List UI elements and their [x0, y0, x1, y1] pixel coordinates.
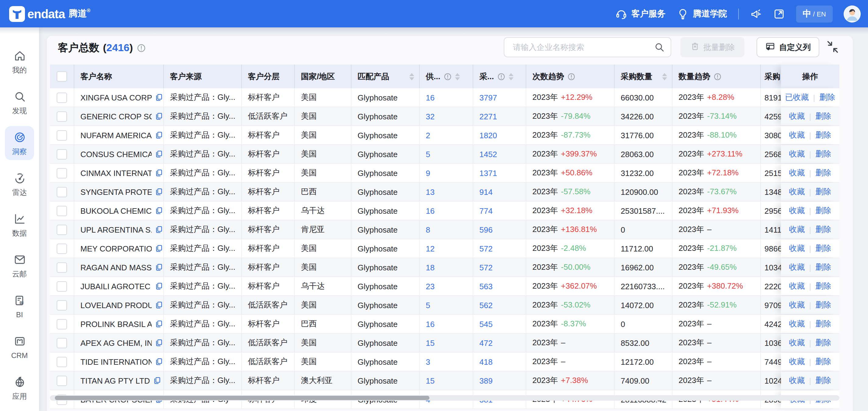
- row-checkbox[interactable]: [57, 281, 67, 291]
- favorite-link[interactable]: 收藏: [789, 167, 805, 179]
- copy-icon[interactable]: [155, 357, 163, 366]
- info-icon[interactable]: [136, 43, 146, 53]
- user-avatar[interactable]: [844, 5, 861, 22]
- search-icon[interactable]: [654, 42, 664, 52]
- copy-icon[interactable]: [155, 207, 163, 215]
- customer-name[interactable]: BUKOOLA CHEMICA: [81, 206, 152, 215]
- sort-icon[interactable]: [455, 73, 460, 80]
- favorite-link[interactable]: 收藏: [789, 356, 805, 367]
- collapse-view-icon[interactable]: [826, 40, 839, 54]
- supplier-count-link[interactable]: 15: [426, 338, 435, 347]
- nav-academy[interactable]: 腾道学院: [676, 8, 727, 20]
- copy-icon[interactable]: [155, 150, 163, 158]
- copy-icon[interactable]: [155, 301, 163, 309]
- delete-link[interactable]: 删除: [815, 130, 831, 141]
- customer-name[interactable]: TITAN AG PTY LTD: [81, 376, 150, 385]
- copy-icon[interactable]: [155, 131, 163, 139]
- sidebar-item-应用[interactable]: 应用: [5, 371, 34, 405]
- supplier-count-link[interactable]: 23: [426, 282, 435, 291]
- row-checkbox[interactable]: [57, 224, 67, 235]
- info-icon[interactable]: [443, 72, 452, 81]
- supplier-count-link[interactable]: 16: [426, 93, 435, 102]
- supplier-count-link[interactable]: 8: [426, 225, 430, 234]
- info-icon[interactable]: [497, 72, 505, 81]
- purchase-count-link[interactable]: 545: [479, 319, 493, 328]
- delete-link[interactable]: 删除: [815, 356, 831, 367]
- favorite-link[interactable]: 收藏: [789, 186, 805, 197]
- customer-name[interactable]: GENERIC CROP SCI: [81, 112, 152, 121]
- customer-name[interactable]: CONSUS CHEMICAL: [81, 150, 152, 159]
- copy-icon[interactable]: [153, 376, 161, 385]
- row-checkbox[interactable]: [57, 375, 67, 386]
- horizontal-scrollbar-thumb[interactable]: [55, 396, 429, 400]
- search-input[interactable]: [512, 42, 654, 52]
- sidebar-item-雷达[interactable]: 雷达: [5, 167, 34, 201]
- purchase-count-link[interactable]: 774: [479, 206, 493, 215]
- purchase-count-link[interactable]: 596: [479, 225, 493, 234]
- customer-name[interactable]: MEY CORPORATION: [81, 244, 152, 253]
- delete-link[interactable]: 删除: [815, 111, 831, 122]
- customer-name[interactable]: LOVELAND PRODUC: [81, 301, 152, 310]
- favorite-link[interactable]: 收藏: [789, 243, 805, 254]
- delete-link[interactable]: 删除: [815, 224, 831, 235]
- sidebar-item-BI[interactable]: BIBI: [5, 289, 34, 323]
- customer-name[interactable]: CINMAX INTERNATIO: [81, 168, 152, 178]
- supplier-count-link[interactable]: 5: [426, 150, 430, 159]
- supplier-count-link[interactable]: 13: [426, 187, 435, 196]
- supplier-count-link[interactable]: 5: [426, 301, 430, 310]
- delete-link[interactable]: 删除: [815, 205, 831, 216]
- customize-columns-button[interactable]: 自定义列: [756, 37, 819, 57]
- row-checkbox[interactable]: [57, 243, 67, 254]
- purchase-count-link[interactable]: 1371: [479, 168, 497, 178]
- supplier-count-link[interactable]: 2: [426, 131, 430, 140]
- sort-icon[interactable]: [508, 73, 514, 80]
- delete-link[interactable]: 删除: [815, 337, 831, 348]
- purchase-count-link[interactable]: 418: [479, 357, 493, 366]
- customer-name[interactable]: XINGFA USA CORPO: [81, 93, 152, 102]
- sidebar-item-数据[interactable]: 数据: [5, 208, 34, 242]
- customer-name[interactable]: APEX AG CHEM, IN: [81, 338, 152, 347]
- supplier-count-link[interactable]: 15: [426, 376, 435, 385]
- row-checkbox[interactable]: [57, 319, 67, 329]
- supplier-count-link[interactable]: 18: [426, 263, 435, 272]
- sidebar-item-云邮[interactable]: 云邮: [5, 248, 34, 283]
- customer-name[interactable]: SYNGENTA PROTEC: [81, 187, 152, 196]
- favorite-link[interactable]: 收藏: [789, 149, 805, 160]
- supplier-count-link[interactable]: 9: [426, 168, 430, 178]
- purchase-count-link[interactable]: 563: [479, 282, 493, 291]
- supplier-count-link[interactable]: 3: [426, 357, 430, 366]
- row-checkbox[interactable]: [57, 338, 67, 348]
- row-checkbox[interactable]: [57, 300, 67, 310]
- sort-icon[interactable]: [662, 73, 667, 80]
- delete-link[interactable]: 删除: [819, 92, 835, 103]
- favorite-link[interactable]: 收藏: [789, 337, 805, 348]
- row-checkbox[interactable]: [57, 111, 67, 122]
- info-icon[interactable]: [567, 72, 576, 81]
- delete-link[interactable]: 删除: [815, 318, 831, 329]
- copy-icon[interactable]: [155, 320, 163, 328]
- copy-icon[interactable]: [155, 93, 163, 102]
- customer-name[interactable]: JUBAILI AGROTEC LI: [81, 282, 152, 291]
- favorite-link[interactable]: 收藏: [789, 375, 805, 386]
- row-checkbox[interactable]: [57, 149, 67, 159]
- supplier-count-link[interactable]: 32: [426, 112, 435, 121]
- purchase-count-link[interactable]: 914: [479, 187, 493, 196]
- sidebar-item-CRM[interactable]: CRM: [5, 330, 34, 364]
- megaphone-icon[interactable]: [749, 8, 762, 20]
- supplier-count-link[interactable]: 12: [426, 244, 435, 253]
- favorite-link[interactable]: 收藏: [789, 299, 805, 311]
- customer-name[interactable]: NUFARM AMERICAS,: [81, 131, 152, 140]
- favorite-link[interactable]: 收藏: [789, 281, 805, 292]
- delete-link[interactable]: 删除: [815, 299, 831, 311]
- copy-icon[interactable]: [155, 112, 163, 121]
- row-checkbox[interactable]: [57, 92, 67, 103]
- favorite-link[interactable]: 收藏: [789, 111, 805, 122]
- delete-link[interactable]: 删除: [815, 243, 831, 254]
- delete-link[interactable]: 删除: [815, 149, 831, 160]
- horizontal-scrollbar-track[interactable]: [50, 395, 839, 401]
- favorite-link[interactable]: 已收藏: [785, 92, 809, 103]
- purchase-count-link[interactable]: 389: [479, 376, 493, 385]
- favorite-link[interactable]: 收藏: [789, 262, 805, 273]
- info-icon[interactable]: [713, 72, 722, 81]
- batch-delete-button[interactable]: 批量删除: [680, 37, 744, 57]
